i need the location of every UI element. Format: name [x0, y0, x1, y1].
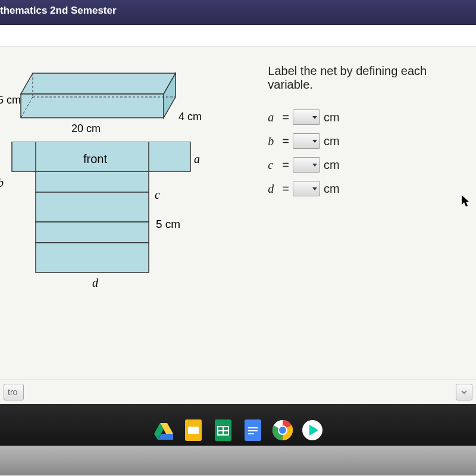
answer-column: Label the net by defining each variable.… [232, 64, 470, 374]
unit-b: cm [324, 134, 340, 148]
var-c: c [268, 158, 281, 172]
content-area: 5 cm 20 cm 4 cm front a b c 5 cm d Label… [0, 46, 476, 380]
sub-toolbar [0, 25, 476, 46]
equals-sign: = [282, 111, 289, 124]
svg-rect-7 [36, 171, 149, 192]
keyboard-edge [0, 446, 476, 475]
var-a: a [268, 111, 281, 124]
net-c-label: c [155, 188, 160, 202]
svg-rect-14 [188, 427, 199, 434]
prism-svg [12, 64, 190, 124]
dropdown-a[interactable] [293, 109, 320, 125]
svg-rect-2 [21, 94, 164, 118]
diagram-column: 5 cm 20 cm 4 cm front a b c 5 cm d [0, 64, 232, 374]
play-icon[interactable] [300, 418, 325, 443]
chevron-down-icon [461, 389, 468, 396]
net-front-label: front [83, 152, 107, 166]
equals-sign: = [282, 182, 289, 196]
cursor-icon [462, 195, 471, 211]
equals-sign: = [282, 134, 289, 148]
course-title: thematics 2nd Semester [0, 5, 117, 16]
prism-depth-label: 4 cm [178, 111, 202, 123]
net-b-label: b [0, 176, 4, 190]
equals-sign: = [282, 158, 289, 172]
slides-icon[interactable] [181, 418, 206, 443]
next-button[interactable] [456, 384, 472, 400]
os-taskbar [0, 404, 476, 446]
equation-row-c: c = cm [268, 157, 470, 173]
dropdown-d[interactable] [293, 181, 320, 196]
svg-rect-9 [36, 222, 149, 243]
unit-d: cm [324, 182, 340, 196]
equation-row-a: a = cm [268, 109, 470, 125]
intro-button[interactable]: tro [4, 384, 24, 400]
equation-row-b: b = cm [268, 133, 470, 149]
net-figure: front a b c 5 cm d [0, 142, 232, 278]
dropdown-c[interactable] [293, 157, 320, 173]
net-5cm-label: 5 cm [156, 218, 180, 231]
net-d-label: d [92, 276, 98, 290]
sheets-icon[interactable] [211, 418, 236, 443]
instruction-text: Label the net by defining each variable. [268, 64, 470, 92]
prism-figure: 5 cm 20 cm 4 cm [12, 64, 232, 124]
prism-height-label: 5 cm [0, 94, 21, 107]
var-b: b [268, 134, 281, 148]
chevron-down-icon [312, 116, 317, 119]
unit-c: cm [324, 158, 340, 172]
chevron-down-icon [312, 164, 317, 167]
bottom-toolbar: tro [0, 380, 476, 404]
docs-icon[interactable] [240, 418, 265, 443]
svg-rect-10 [36, 243, 149, 273]
chevron-down-icon [312, 187, 317, 190]
svg-point-25 [279, 427, 286, 434]
svg-marker-0 [21, 73, 176, 94]
drive-icon[interactable] [151, 418, 176, 443]
svg-rect-8 [36, 192, 149, 222]
chevron-down-icon [312, 140, 317, 143]
net-a-label: a [194, 152, 200, 166]
equation-row-d: d = cm [268, 181, 470, 196]
prism-width-label: 20 cm [71, 123, 101, 135]
chrome-icon[interactable] [270, 418, 295, 443]
unit-a: cm [324, 111, 340, 124]
dropdown-b[interactable] [293, 133, 320, 149]
var-d: d [268, 182, 281, 196]
course-header: thematics 2nd Semester [0, 0, 476, 25]
